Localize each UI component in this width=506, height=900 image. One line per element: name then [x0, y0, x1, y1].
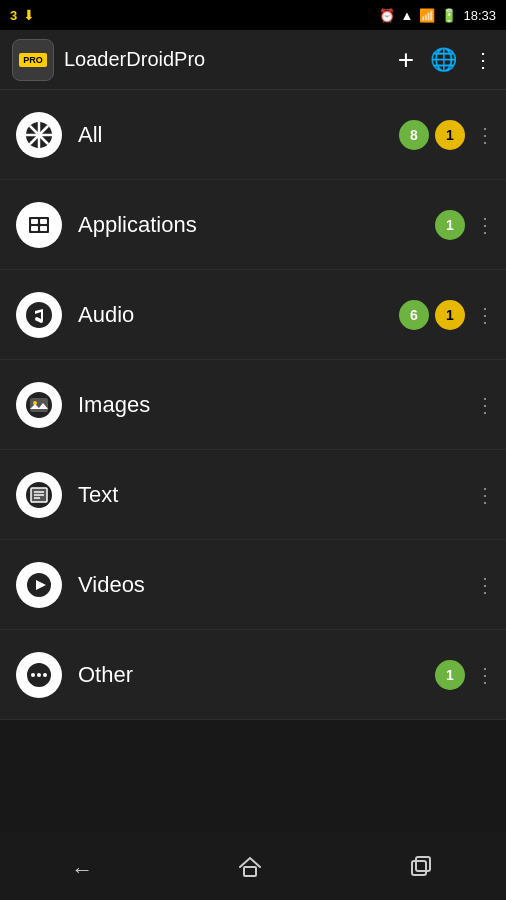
applications-badge-green: 1 [435, 210, 465, 240]
audio-label: Audio [78, 302, 399, 328]
category-item-text[interactable]: Text ⋮ [0, 450, 506, 540]
svg-rect-10 [40, 226, 47, 231]
nav-bar: ← [0, 840, 506, 900]
images-overflow-button[interactable]: ⋮ [475, 393, 496, 417]
svg-point-5 [36, 132, 42, 138]
app-logo: PRO [12, 39, 54, 81]
svg-point-25 [43, 673, 47, 677]
status-bar-left: 3 ⬇ [10, 7, 35, 23]
svg-point-23 [31, 673, 35, 677]
images-icon [25, 391, 53, 419]
text-icon-wrap [16, 472, 62, 518]
images-label: Images [78, 392, 465, 418]
audio-icon-wrap [16, 292, 62, 338]
all-label: All [78, 122, 399, 148]
category-item-all[interactable]: All 8 1 ⋮ [0, 90, 506, 180]
all-badges: 8 1 [399, 120, 465, 150]
images-icon-wrap [16, 382, 62, 428]
videos-label: Videos [78, 572, 465, 598]
all-overflow-button[interactable]: ⋮ [475, 123, 496, 147]
other-badges: 1 [435, 660, 465, 690]
applications-badges: 1 [435, 210, 465, 240]
category-item-images[interactable]: Images ⋮ [0, 360, 506, 450]
text-icon [25, 481, 53, 509]
svg-rect-26 [244, 867, 256, 876]
category-item-videos[interactable]: Videos ⋮ [0, 540, 506, 630]
applications-label: Applications [78, 212, 435, 238]
other-badge-green: 1 [435, 660, 465, 690]
videos-overflow-button[interactable]: ⋮ [475, 573, 496, 597]
recents-button[interactable] [407, 853, 435, 887]
empty-area [0, 720, 506, 833]
svg-rect-27 [412, 861, 426, 875]
svg-rect-28 [416, 857, 430, 871]
all-icon [25, 121, 53, 149]
audio-icon [25, 301, 53, 329]
battery-number: 3 [10, 8, 17, 23]
all-icon-wrap [16, 112, 62, 158]
text-label: Text [78, 482, 465, 508]
category-item-applications[interactable]: Applications 1 ⋮ [0, 180, 506, 270]
other-label: Other [78, 662, 435, 688]
signal-icon: 📶 [419, 8, 435, 23]
audio-badges: 6 1 [399, 300, 465, 330]
svg-rect-13 [30, 398, 48, 412]
alarm-icon: ⏰ [379, 8, 395, 23]
status-bar-right: ⏰ ▲ 📶 🔋 18:33 [379, 8, 496, 23]
applications-icon [25, 211, 53, 239]
back-button[interactable]: ← [71, 857, 93, 883]
other-icon [25, 661, 53, 689]
audio-badge-yellow: 1 [435, 300, 465, 330]
app-title: LoaderDroidPro [64, 48, 398, 71]
overflow-menu-button[interactable]: ⋮ [473, 48, 494, 72]
other-icon-wrap [16, 652, 62, 698]
all-badge-yellow: 1 [435, 120, 465, 150]
svg-rect-8 [40, 219, 47, 224]
category-item-audio[interactable]: Audio 6 1 ⋮ [0, 270, 506, 360]
audio-badge-green: 6 [399, 300, 429, 330]
globe-button[interactable]: 🌐 [430, 47, 457, 73]
svg-rect-6 [28, 216, 50, 234]
battery-icon: 🔋 [441, 8, 457, 23]
add-button[interactable]: + [398, 44, 414, 76]
category-item-other[interactable]: Other 1 ⋮ [0, 630, 506, 720]
app-bar-actions: + 🌐 ⋮ [398, 44, 494, 76]
download-icon: ⬇ [23, 7, 35, 23]
text-overflow-button[interactable]: ⋮ [475, 483, 496, 507]
home-button[interactable] [236, 853, 264, 887]
wifi-icon: ▲ [401, 8, 414, 23]
svg-rect-9 [31, 226, 38, 231]
other-overflow-button[interactable]: ⋮ [475, 663, 496, 687]
clock: 18:33 [463, 8, 496, 23]
applications-icon-wrap [16, 202, 62, 248]
applications-overflow-button[interactable]: ⋮ [475, 213, 496, 237]
videos-icon-wrap [16, 562, 62, 608]
logo-label: PRO [19, 53, 47, 67]
svg-rect-7 [31, 219, 38, 224]
all-badge-green: 8 [399, 120, 429, 150]
svg-point-11 [26, 302, 52, 328]
app-bar: PRO LoaderDroidPro + 🌐 ⋮ [0, 30, 506, 90]
audio-overflow-button[interactable]: ⋮ [475, 303, 496, 327]
videos-icon [25, 571, 53, 599]
status-bar: 3 ⬇ ⏰ ▲ 📶 🔋 18:33 [0, 0, 506, 30]
svg-point-24 [37, 673, 41, 677]
